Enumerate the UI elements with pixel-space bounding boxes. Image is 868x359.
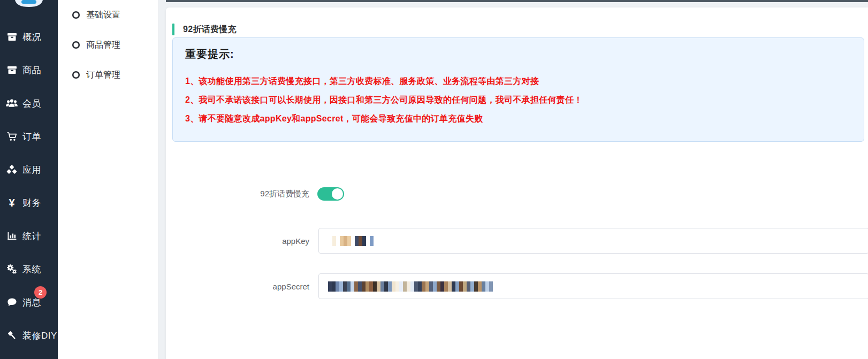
sidebar-item-goods[interactable]: 商品: [0, 54, 58, 87]
notice-line: 2、我司不承诺该接口可以长期使用，因接口和第三方公司原因导致的任何问题，我司不承…: [185, 95, 583, 106]
sidebar-item-decorate-diy[interactable]: 装修DIY: [0, 319, 58, 352]
sidebar-item-label: 统计: [22, 230, 41, 242]
unread-count-badge: 2: [34, 286, 47, 299]
page-title: 92折话费慢充: [183, 24, 237, 35]
radio-circle-icon: [72, 71, 80, 79]
appkey-input[interactable]: [318, 228, 868, 254]
appkey-redacted-value: [332, 236, 374, 246]
sidebar-item-apps[interactable]: 应用: [0, 153, 58, 186]
sidebar-item-orders[interactable]: 订单: [0, 120, 58, 153]
section-header: 92折话费慢充: [172, 24, 237, 35]
sidebar-nav: 概况 商品 会员 订单 应用: [0, 20, 58, 352]
appsecret-input[interactable]: [318, 273, 868, 299]
sidebar-item-label: 订单: [22, 131, 41, 143]
radio-circle-icon: [72, 11, 80, 19]
notice-line: 3、请不要随意改成appKey和appSecret，可能会导致充值中的订单充值失…: [185, 113, 483, 125]
cart-icon: [5, 131, 19, 142]
toggle-label: 92折话费慢充: [166, 189, 309, 199]
feature-toggle[interactable]: [317, 187, 344, 201]
submenu-item-order-management[interactable]: 订单管理: [58, 60, 158, 90]
bar-chart-icon: [5, 230, 19, 242]
sidebar-item-label: 商品: [22, 64, 41, 77]
submenu-item-label: 商品管理: [86, 40, 120, 51]
toggle-knob: [332, 188, 343, 200]
appkey-label: appKey: [166, 236, 309, 246]
notice-heading: 重要提示:: [185, 47, 234, 62]
yen-icon: ¥: [5, 197, 19, 209]
archive-icon: [5, 31, 19, 43]
sidebar-item-overview[interactable]: 概况: [0, 20, 58, 54]
comment-icon: [5, 296, 19, 308]
radio-circle-icon: [72, 41, 80, 49]
secondary-sidebar: 基础设置 商品管理 订单管理: [58, 0, 159, 359]
sidebar-item-label: 概况: [22, 31, 41, 43]
submenu-item-label: 订单管理: [86, 70, 120, 81]
app-logo[interactable]: [0, 0, 58, 9]
logo-icon: [13, 0, 44, 8]
sidebar-item-label: 应用: [22, 164, 41, 176]
sidebar-item-label: 装修DIY: [22, 330, 57, 342]
submenu-item-label: 基础设置: [86, 10, 120, 21]
content-card: 92折话费慢充 重要提示: 1、该功能使用第三方话费慢充接口，第三方收费标准、服…: [166, 7, 868, 359]
sidebar-item-statistics[interactable]: 统计: [0, 219, 58, 253]
sidebar-item-messages[interactable]: 消息 2: [0, 286, 58, 319]
sidebar-item-label: 系统: [22, 263, 41, 276]
box-icon: [5, 64, 19, 76]
cubes-icon: [5, 164, 19, 175]
notice-box: 重要提示: 1、该功能使用第三方话费慢充接口，第三方收费标准、服务政策、业务流程…: [172, 37, 864, 142]
title-accent-bar: [172, 24, 174, 35]
sidebar-item-members[interactable]: 会员: [0, 87, 58, 120]
primary-sidebar: 概况 商品 会员 订单 应用: [0, 0, 58, 359]
submenu-item-goods-management[interactable]: 商品管理: [58, 30, 158, 60]
sidebar-item-finance[interactable]: ¥ 财务: [0, 186, 58, 219]
notice-line: 1、该功能使用第三方话费慢充接口，第三方收费标准、服务政策、业务流程等由第三方对…: [185, 76, 539, 87]
sidebar-item-label: 会员: [22, 97, 41, 110]
gears-icon: [5, 263, 19, 275]
gavel-icon: [5, 330, 19, 341]
submenu-item-basic-settings[interactable]: 基础设置: [58, 0, 158, 30]
sidebar-item-system[interactable]: 系统: [0, 253, 58, 286]
top-edge-strip: [166, 0, 868, 2]
appsecret-label: appSecret: [166, 282, 309, 291]
users-icon: [5, 97, 19, 109]
appsecret-redacted-value: [328, 281, 493, 292]
sidebar-item-label: 财务: [22, 197, 41, 209]
